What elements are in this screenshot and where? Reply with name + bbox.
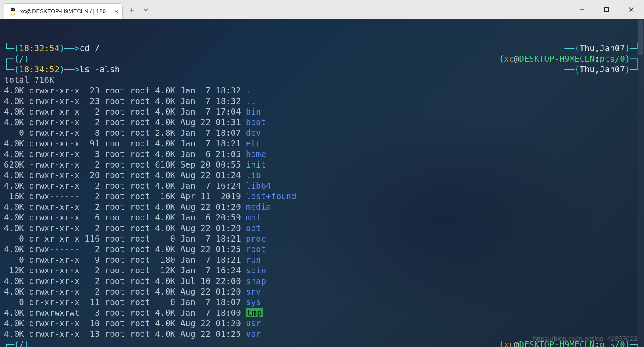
- minimize-button[interactable]: [570, 0, 594, 19]
- tab-active[interactable]: xc@DESKTOP-H9MECLN:/ | 120 ✕: [4, 3, 123, 19]
- ls-entry: 4.0K drwxr-xr-x 2 root root 4.0K Aug 22 …: [4, 286, 640, 297]
- ls-entry: 4.0K drwxr-xr-x 20 root root 4.0K Aug 22…: [4, 170, 640, 180]
- scrollbar[interactable]: [637, 19, 644, 347]
- ls-entry: 0 dr-xr-xr-x 116 root root 0 Jan 7 18:21…: [4, 233, 640, 244]
- svg-point-8: [13, 14, 15, 15]
- ls-entry: 620K -rwxr-xr-x 2 root root 618K Sep 20 …: [4, 159, 640, 170]
- ls-entry: 4.0K drwx------ 2 root root 4.0K Aug 22 …: [4, 244, 640, 254]
- new-tab-button[interactable]: ＋: [125, 3, 139, 17]
- scrollbar-thumb[interactable]: [638, 20, 643, 55]
- ls-entry: 4.0K drwxr-xr-x 91 root root 4.0K Jan 7 …: [4, 138, 640, 149]
- app-window: xc@DESKTOP-H9MECLN:/ | 120 ✕ ＋ └─(18:32:…: [0, 0, 644, 347]
- window-controls: [570, 0, 644, 19]
- maximize-button[interactable]: [594, 0, 619, 19]
- svg-point-6: [13, 9, 14, 10]
- svg-rect-10: [605, 7, 609, 11]
- svg-point-7: [10, 14, 12, 15]
- close-button[interactable]: [619, 0, 644, 19]
- ls-entry: 4.0K drwxr-xr-x 2 root root 4.0K Jan 7 1…: [4, 180, 640, 191]
- tab-dropdown-button[interactable]: [139, 3, 153, 17]
- ls-entry: 0 drwxr-xr-x 8 root root 2.8K Jan 7 18:0…: [4, 127, 640, 138]
- tab-title: xc@DESKTOP-H9MECLN:/ | 120: [20, 8, 111, 15]
- status-line: ┌─(/)(xc@DESKTOP-H9MECLN:pts/0)─┐: [4, 53, 640, 64]
- ls-entry: 4.0K drwxr-xr-x 2 root root 4.0K Aug 22 …: [4, 223, 640, 233]
- ls-total: total 716K: [4, 75, 640, 85]
- ls-entry: 16K drwx------ 2 root root 16K Apr 11 20…: [4, 191, 640, 201]
- ls-entry: 4.0K drwxr-xr-x 6 root root 4.0K Jan 6 2…: [4, 212, 640, 223]
- ls-entry: 4.0K drwxr-xr-x 2 root root 4.0K Aug 22 …: [4, 117, 640, 127]
- tab-close-button[interactable]: ✕: [115, 7, 118, 15]
- ls-entry: 4.0K drwxr-xr-x 23 root root 4.0K Jan 7 …: [4, 85, 640, 96]
- terminal-area[interactable]: └─(18:32:54)──> cd /──(Thu,Jan07)─┘┌─(/)…: [0, 19, 644, 347]
- ls-entry: 4.0K drwxr-xr-x 10 root root 4.0K Aug 22…: [4, 318, 640, 328]
- ls-entry: 4.0K drwxr-xr-x 2 root root 4.0K Aug 22 …: [4, 201, 640, 212]
- ls-entry: 4.0K drwxrwxrwt 3 root root 4.0K Jan 7 1…: [4, 307, 640, 318]
- ls-entry: 4.0K drwxr-xr-x 2 root root 4.0K Jul 10 …: [4, 276, 640, 286]
- tux-icon: [9, 7, 17, 15]
- ls-entry: 0 dr-xr-xr-x 11 root root 0 Jan 7 18:07 …: [4, 297, 640, 307]
- svg-point-5: [12, 9, 12, 10]
- svg-point-2: [11, 11, 15, 14]
- ls-entry: 12K drwxr-xr-x 2 root root 12K Jan 7 16:…: [4, 265, 640, 276]
- ls-entry: 4.0K drwxr-xr-x 23 root root 4.0K Jan 7 …: [4, 96, 640, 106]
- ls-entry: 4.0K drwxr-xr-x 2 root root 4.0K Jan 7 1…: [4, 106, 640, 117]
- prompt-line: └─(18:34:52)──> ls -alsh──(Thu,Jan07)─┘: [4, 64, 640, 75]
- ls-entry: 0 drwxr-xr-x 9 root root 180 Jan 7 18:21…: [4, 254, 640, 265]
- ls-entry: 4.0K drwxr-xr-x 3 root root 4.0K Jan 6 2…: [4, 149, 640, 159]
- title-bar: xc@DESKTOP-H9MECLN:/ | 120 ✕ ＋: [0, 0, 644, 19]
- prompt-line: └─(18:32:54)──> cd /──(Thu,Jan07)─┘: [4, 43, 640, 53]
- watermark: https://blog.csdn.net/qq_42897022: [533, 333, 637, 344]
